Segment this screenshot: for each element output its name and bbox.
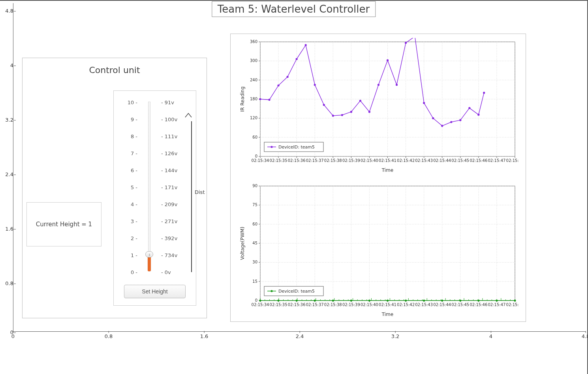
slider-scale-height: 2 - (114, 235, 141, 241)
svg-text:240: 240 (250, 78, 257, 82)
charts-panel: 06012018024030036002:15:3402:15:3502:15:… (230, 34, 526, 322)
svg-text:02:15:34: 02:15:34 (252, 158, 269, 163)
svg-text:DeviceID: team5: DeviceID: team5 (278, 145, 315, 150)
svg-text:DeviceID: team5: DeviceID: team5 (278, 289, 315, 294)
svg-text:02:15:35: 02:15:35 (270, 158, 287, 163)
svg-point-172 (314, 299, 316, 301)
svg-text:02:15:40: 02:15:40 (361, 303, 378, 307)
slider-scale-height: 10 - (114, 100, 141, 105)
outer-x-tick: 0 (11, 333, 15, 339)
dist-label: Dist (195, 189, 205, 195)
svg-point-76 (314, 84, 316, 86)
svg-point-179 (441, 299, 443, 301)
outer-y-tick: 4.8 (2, 8, 13, 14)
voltage-pwm-chart: 015304560759002:15:3402:15:3502:15:3602:… (239, 182, 519, 318)
slider-scale-height: 6 - (114, 167, 141, 173)
svg-text:IR Reading: IR Reading (240, 86, 245, 112)
svg-text:0: 0 (255, 298, 257, 303)
svg-text:02:15:36: 02:15:36 (288, 158, 306, 163)
svg-text:02:15:48: 02:15:48 (506, 158, 519, 163)
svg-point-182 (496, 299, 498, 301)
svg-point-94 (477, 114, 479, 116)
svg-text:02:15:41: 02:15:41 (379, 158, 396, 163)
svg-text:Time: Time (381, 312, 393, 317)
svg-text:15: 15 (252, 279, 257, 284)
outer-y-tick: 2.4 (2, 171, 13, 177)
svg-point-82 (368, 111, 370, 113)
svg-text:02:15:39: 02:15:39 (342, 303, 360, 307)
svg-point-75 (305, 44, 307, 46)
outer-y-tick: 4 (2, 62, 13, 68)
svg-text:02:15:46: 02:15:46 (470, 303, 487, 307)
svg-text:02:15:47: 02:15:47 (488, 303, 505, 307)
outer-x-tick: 2.4 (296, 333, 304, 339)
svg-point-78 (332, 115, 334, 117)
svg-point-70 (259, 98, 261, 100)
svg-point-95 (483, 92, 485, 94)
svg-text:02:15:48: 02:15:48 (506, 303, 519, 307)
svg-point-180 (459, 299, 461, 301)
outer-y-tick: 3.2 (2, 117, 13, 123)
outer-x-tick: 4.8 (582, 333, 588, 339)
svg-point-80 (350, 111, 352, 113)
dist-indicator (184, 113, 193, 272)
svg-text:02:15:40: 02:15:40 (361, 158, 378, 163)
svg-point-90 (441, 125, 443, 127)
outer-x-tick: 4 (489, 333, 492, 339)
svg-text:02:15:35: 02:15:35 (270, 303, 287, 307)
svg-text:120: 120 (250, 116, 257, 120)
slider-scale-height: 4 - (114, 201, 141, 207)
svg-point-88 (423, 102, 425, 104)
svg-point-242 (271, 290, 272, 292)
svg-text:02:15:37: 02:15:37 (306, 158, 324, 163)
slider-scale-height: 8 - (114, 133, 141, 139)
svg-point-176 (387, 299, 389, 301)
slider-scale-height: 3 - (114, 218, 141, 224)
svg-point-79 (341, 114, 343, 116)
svg-text:02:15:39: 02:15:39 (342, 158, 360, 163)
svg-point-170 (277, 299, 279, 301)
svg-point-85 (396, 84, 398, 86)
svg-point-91 (450, 121, 452, 123)
slider-scale-height: 5 - (114, 184, 141, 190)
svg-text:02:15:38: 02:15:38 (324, 303, 342, 307)
svg-point-177 (405, 299, 407, 301)
slider-scale-height: 7 - (114, 150, 141, 156)
slider-scale-height: 9 - (114, 117, 141, 122)
svg-text:360: 360 (250, 39, 257, 44)
svg-text:02:15:42: 02:15:42 (397, 303, 415, 307)
svg-point-93 (468, 107, 470, 109)
slider-scale-row: 10 -- 91v (114, 100, 196, 105)
svg-text:02:15:44: 02:15:44 (433, 303, 451, 307)
svg-point-72 (277, 85, 279, 86)
svg-point-92 (459, 119, 461, 121)
svg-text:02:15:42: 02:15:42 (397, 158, 415, 163)
svg-point-73 (287, 76, 289, 78)
svg-text:02:15:34: 02:15:34 (252, 303, 269, 307)
svg-point-71 (268, 99, 270, 101)
svg-text:02:15:38: 02:15:38 (324, 158, 342, 163)
svg-text:02:15:41: 02:15:41 (379, 303, 396, 307)
svg-point-174 (350, 299, 352, 301)
svg-text:0: 0 (255, 154, 257, 158)
svg-text:Time: Time (381, 167, 393, 173)
svg-point-175 (368, 299, 370, 301)
svg-text:02:15:43: 02:15:43 (415, 303, 433, 307)
svg-text:75: 75 (252, 203, 257, 207)
svg-text:300: 300 (250, 58, 257, 63)
outer-y-tick: 0.8 (2, 280, 13, 286)
svg-text:60: 60 (252, 222, 257, 226)
svg-text:180: 180 (250, 97, 257, 101)
svg-text:Voltage(PWM): Voltage(PWM) (240, 227, 245, 260)
svg-point-84 (387, 59, 389, 61)
page-title: Team 5: Waterlevel Controller (212, 1, 376, 17)
set-height-button[interactable]: Set Height (124, 285, 186, 298)
outer-y-tick: 1.6 (2, 226, 13, 232)
ir-reading-chart: 06012018024030036002:15:3402:15:3502:15:… (239, 38, 519, 174)
svg-point-86 (405, 42, 407, 44)
svg-text:02:15:43: 02:15:43 (415, 158, 433, 163)
svg-point-89 (432, 117, 434, 119)
outer-x-tick: 0.8 (105, 333, 113, 339)
slider-scale-voltage: - 91v (157, 100, 196, 105)
svg-text:02:15:46: 02:15:46 (470, 158, 487, 163)
